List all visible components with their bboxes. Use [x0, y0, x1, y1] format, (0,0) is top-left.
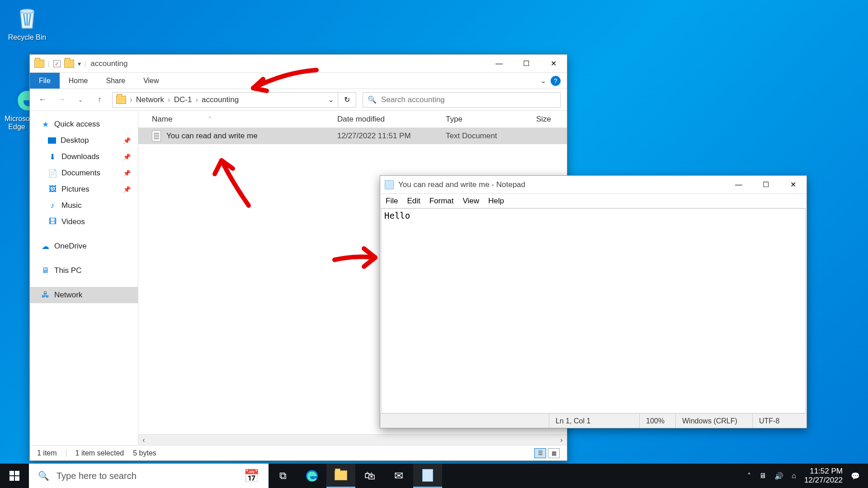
- status-count: 1 item: [37, 449, 57, 457]
- notifications-icon[interactable]: 💬: [851, 472, 860, 480]
- search-box[interactable]: 🔍: [363, 92, 561, 108]
- task-view-button[interactable]: ⧉: [269, 464, 297, 488]
- view-icons-button[interactable]: ▦: [548, 448, 560, 458]
- back-button[interactable]: ←: [36, 94, 49, 106]
- pin-icon: 📌: [123, 186, 131, 193]
- refresh-button[interactable]: ↻: [338, 92, 356, 108]
- nav-music[interactable]: ♪Music: [30, 197, 138, 214]
- nav-onedrive[interactable]: ☁OneDrive: [30, 238, 138, 254]
- nav-this-pc[interactable]: 🖥This PC: [30, 263, 138, 279]
- text-file-icon: [152, 131, 161, 141]
- taskbar-explorer[interactable]: [326, 464, 355, 488]
- up-button[interactable]: ↑: [93, 94, 106, 106]
- view-details-button[interactable]: ☰: [534, 448, 546, 458]
- nav-downloads[interactable]: ⬇Downloads📌: [30, 149, 138, 165]
- sort-icon: ˄: [208, 116, 211, 122]
- tab-view[interactable]: View: [134, 73, 168, 89]
- chevron-right-icon: ›: [168, 95, 170, 104]
- pictures-icon: 🖼: [48, 185, 57, 194]
- nav-documents[interactable]: 📄Documents📌: [30, 165, 138, 181]
- chevron-right-icon: ›: [195, 95, 198, 104]
- pc-icon: 🖥: [41, 266, 50, 275]
- taskbar-edge[interactable]: [297, 464, 326, 488]
- tray-clock[interactable]: 11:52 PM 12/27/2022: [804, 467, 843, 485]
- ribbon-collapse-icon[interactable]: ⌄: [540, 76, 546, 85]
- tray-network-icon[interactable]: 🖥: [759, 472, 766, 480]
- status-size: 5 bytes: [133, 449, 156, 457]
- notepad-textarea[interactable]: Hello: [381, 208, 806, 413]
- tray-volume-icon[interactable]: 🔊: [774, 472, 783, 480]
- breadcrumb-host[interactable]: DC-1: [174, 95, 192, 104]
- notepad-titlebar[interactable]: You can read and write me - Notepad ― ☐ …: [380, 176, 807, 194]
- taskbar-notepad[interactable]: [413, 464, 442, 488]
- menu-help[interactable]: Help: [488, 197, 504, 206]
- cloud-icon: ☁: [41, 242, 50, 251]
- close-button[interactable]: ✕: [779, 176, 807, 194]
- network-icon: 🖧: [41, 291, 50, 300]
- maximize-button[interactable]: ☐: [513, 55, 540, 73]
- breadcrumb-network[interactable]: Network: [136, 95, 164, 104]
- breadcrumb-dropdown-icon[interactable]: ⌄: [328, 95, 334, 104]
- scroll-right-icon[interactable]: ›: [556, 436, 567, 444]
- menu-format[interactable]: Format: [429, 197, 454, 206]
- scroll-left-icon[interactable]: ‹: [138, 436, 149, 444]
- qat-sep2: |: [85, 60, 86, 67]
- start-button[interactable]: [0, 464, 29, 488]
- folder-icon: [116, 96, 126, 104]
- nav-quick-access[interactable]: ★Quick access: [30, 116, 138, 132]
- col-size[interactable]: Size: [536, 115, 567, 124]
- menu-file[interactable]: File: [386, 197, 398, 206]
- help-icon[interactable]: ?: [551, 76, 561, 86]
- nav-videos[interactable]: 🎞Videos: [30, 214, 138, 230]
- minimize-button[interactable]: ―: [725, 176, 752, 194]
- search-icon: 🔍: [368, 95, 377, 104]
- star-icon: ★: [41, 120, 50, 129]
- forward-button[interactable]: →: [55, 94, 68, 106]
- tab-file[interactable]: File: [30, 73, 60, 89]
- minimize-button[interactable]: ―: [486, 55, 513, 73]
- task-view-icon: ⧉: [279, 470, 287, 482]
- taskbar-mail[interactable]: ✉: [384, 464, 413, 488]
- qat-dropdown-icon[interactable]: ▾: [78, 60, 81, 67]
- tray-time: 11:52 PM: [804, 467, 843, 476]
- file-row[interactable]: You can read and write me 12/27/2022 11:…: [138, 128, 567, 144]
- taskbar-store[interactable]: 🛍: [355, 464, 384, 488]
- breadcrumb[interactable]: › Network › DC-1 › accounting ⌄: [112, 92, 338, 108]
- tab-share[interactable]: Share: [97, 73, 134, 89]
- desktop-icon: [48, 137, 56, 144]
- file-type: Text Document: [446, 131, 536, 141]
- menu-edit[interactable]: Edit: [407, 197, 420, 206]
- videos-icon: 🎞: [48, 217, 57, 226]
- recycle-bin-label: Recycle Bin: [5, 33, 50, 42]
- breadcrumb-folder[interactable]: accounting: [202, 95, 239, 104]
- nav-desktop[interactable]: Desktop📌: [30, 132, 138, 149]
- tray-ease-icon[interactable]: ⌂: [792, 472, 796, 480]
- menu-view[interactable]: View: [463, 197, 480, 206]
- nav-pane: ★Quick access Desktop📌 ⬇Downloads📌 📄Docu…: [30, 111, 138, 445]
- notepad-menubar: File Edit Format View Help: [380, 194, 807, 208]
- close-button[interactable]: ✕: [540, 55, 567, 73]
- ribbon-tabs: File Home Share View ⌄ ?: [30, 73, 567, 89]
- col-type[interactable]: Type: [446, 115, 536, 124]
- column-headers[interactable]: Name˄ Date modified Type Size: [138, 111, 567, 128]
- h-scrollbar[interactable]: ‹ ›: [138, 434, 567, 445]
- tray-chevron-icon[interactable]: ˄: [747, 472, 751, 480]
- tab-home[interactable]: Home: [60, 73, 97, 89]
- qat-check-icon[interactable]: ✓: [53, 60, 61, 67]
- search-input[interactable]: [381, 95, 556, 104]
- col-date[interactable]: Date modified: [337, 115, 446, 124]
- nav-pictures[interactable]: 🖼Pictures📌: [30, 181, 138, 197]
- taskbar-search[interactable]: 🔍 Type here to search 📅: [29, 464, 269, 488]
- explorer-titlebar[interactable]: | ✓ ▾ | accounting ― ☐ ✕: [30, 55, 567, 73]
- maximize-button[interactable]: ☐: [752, 176, 779, 194]
- file-name: You can read and write me: [166, 131, 258, 141]
- notepad-title: You can read and write me - Notepad: [398, 180, 525, 189]
- folder-icon[interactable]: [64, 60, 74, 68]
- chevron-right-icon: ›: [130, 95, 132, 104]
- nav-network[interactable]: 🖧Network: [30, 287, 138, 303]
- recent-dropdown[interactable]: ⌄: [74, 94, 87, 106]
- recycle-bin[interactable]: Recycle Bin: [5, 5, 50, 42]
- store-icon: 🛍: [364, 469, 375, 482]
- col-name[interactable]: Name: [152, 115, 172, 124]
- download-icon: ⬇: [48, 152, 57, 161]
